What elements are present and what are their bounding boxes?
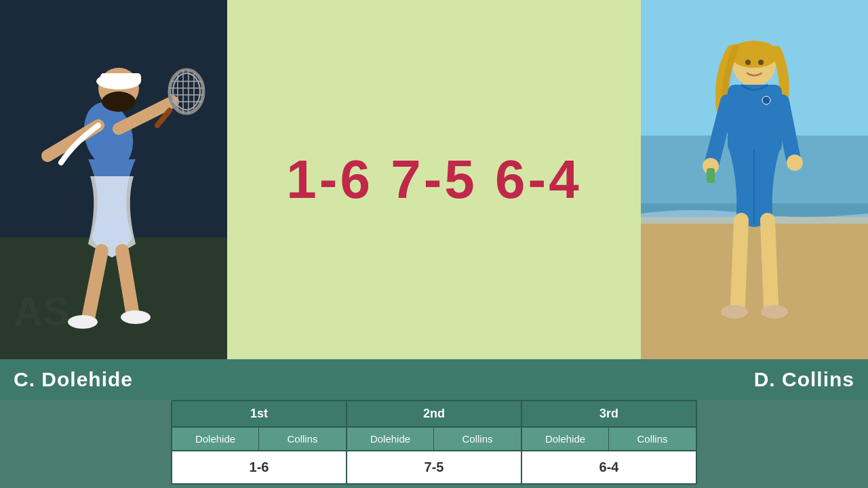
stats-table: 1st Dolehide Collins 1-6 2nd Dolehide Co… [171,400,697,485]
name-bar: C. Dolehide D. Collins [0,359,868,400]
svg-rect-28 [641,217,868,359]
right-photo-bg [641,0,868,359]
set-1-player2: Collins [259,428,346,450]
svg-point-24 [121,310,151,324]
set-3-players: Dolehide Collins [522,426,696,451]
svg-point-39 [787,155,803,171]
set-1-score-row: 1-6 [172,451,346,483]
set-1-score: 1-6 [172,451,346,483]
svg-line-42 [768,220,771,305]
left-photo-bg: AS [0,0,227,359]
match-score: 1-6 7-5 6-4 [286,148,581,211]
svg-text:AS: AS [14,289,70,334]
set-2-player1: Dolehide [347,428,434,450]
player-left-name: C. Dolehide [14,368,133,391]
set-3-group: 3rd Dolehide Collins 6-4 [522,401,696,483]
set-3-player2: Collins [609,428,696,450]
set-1-players: Dolehide Collins [172,426,346,451]
set-1-label: 1st [172,401,346,426]
svg-rect-33 [728,85,782,152]
set-3-score-row: 6-4 [522,451,696,483]
set-2-score-row: 7-5 [347,451,521,483]
svg-point-31 [745,60,751,65]
player-left-photo: AS [0,0,227,359]
set-3-score: 6-4 [522,451,696,483]
main-container: AS [0,0,868,488]
svg-rect-37 [707,168,715,183]
set-3-player1: Dolehide [522,428,609,450]
set-2-score: 7-5 [347,451,521,483]
set-2-label: 2nd [347,401,521,426]
set-2-group: 2nd Dolehide Collins 7-5 [347,401,522,483]
set-3-label: 3rd [522,401,696,426]
svg-line-41 [738,220,741,305]
svg-point-34 [762,96,770,104]
set-2-player2: Collins [434,428,521,450]
top-section: AS [0,0,868,359]
score-panel: 1-6 7-5 6-4 [227,0,641,359]
player-right-photo [641,0,868,359]
player-right-name: D. Collins [754,368,854,391]
svg-point-23 [68,315,98,329]
svg-point-7 [102,92,136,112]
set-1-player1: Dolehide [172,428,259,450]
set-1-group: 1st Dolehide Collins 1-6 [172,401,347,483]
svg-point-43 [721,305,748,319]
svg-rect-6 [100,73,141,83]
svg-point-44 [761,305,788,319]
svg-point-32 [758,60,764,65]
set-2-players: Dolehide Collins [347,426,521,451]
stats-section: 1st Dolehide Collins 1-6 2nd Dolehide Co… [0,400,868,488]
